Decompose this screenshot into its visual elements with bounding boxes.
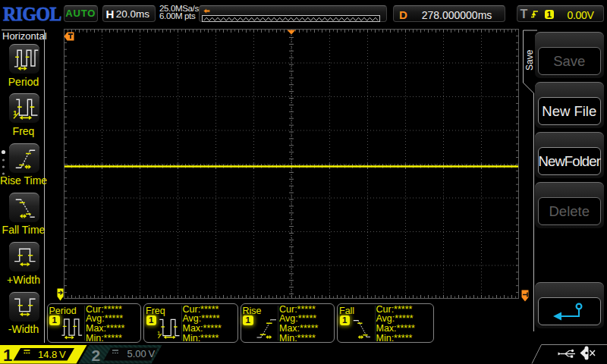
svg-text:1: 1: [157, 330, 161, 337]
svg-text:5.00 V: 5.00 V: [127, 348, 156, 359]
svg-text:1: 1: [3, 346, 12, 364]
svg-text:2: 2: [92, 347, 101, 364]
svg-text:1: 1: [13, 109, 17, 117]
svg-text:14.8 V: 14.8 V: [38, 349, 66, 360]
